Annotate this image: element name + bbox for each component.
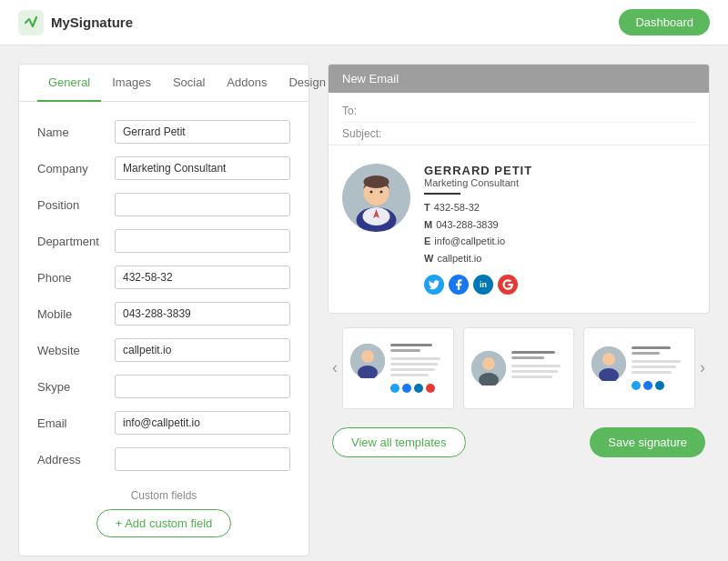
view-all-templates-button[interactable]: View all templates <box>332 427 466 457</box>
input-website[interactable] <box>115 338 290 362</box>
logo: MySignature <box>18 10 133 35</box>
svg-point-8 <box>380 191 383 194</box>
label-company: Company <box>37 162 115 175</box>
field-phone: Phone <box>19 261 308 294</box>
linkedin-icon[interactable]: in <box>473 275 493 295</box>
main-content: General Images Social Addons Design Name… <box>0 45 728 561</box>
app-header: MySignature Dashboard <box>0 0 728 45</box>
input-mobile[interactable] <box>115 302 290 326</box>
field-email: Email <box>19 406 308 439</box>
google-icon[interactable] <box>498 275 518 295</box>
logo-text: MySignature <box>51 15 133 30</box>
svg-point-16 <box>602 353 615 366</box>
email-to-label: To: <box>342 105 357 117</box>
label-department: Department <box>37 235 115 248</box>
svg-point-13 <box>482 357 495 370</box>
field-mobile: Mobile <box>19 297 308 330</box>
email-subject-row: Subject: <box>342 123 695 145</box>
label-name: Name <box>37 125 115 139</box>
email-to-row: To: <box>342 100 695 123</box>
svg-point-7 <box>370 191 373 194</box>
custom-fields-label: Custom fields <box>37 489 290 502</box>
tab-images[interactable]: Images <box>101 65 162 102</box>
email-preview: New Email To: Subject: <box>328 64 710 314</box>
template-avatar-3 <box>592 346 626 381</box>
template-card-3[interactable] <box>583 327 695 409</box>
sig-title: Marketing Consultant <box>424 177 695 188</box>
input-phone[interactable] <box>115 265 290 289</box>
signature-details: GERRARD PETIT Marketing Consultant T432-… <box>424 164 695 295</box>
label-website: Website <box>37 344 115 357</box>
email-body: GERRARD PETIT Marketing Consultant T432-… <box>329 145 709 313</box>
template-avatar-2 <box>471 351 506 386</box>
input-department[interactable] <box>115 229 290 253</box>
input-skype[interactable] <box>115 375 290 398</box>
input-company[interactable] <box>115 156 290 180</box>
field-department: Department <box>19 225 308 257</box>
field-position: Position <box>19 188 308 221</box>
label-mobile: Mobile <box>37 307 115 321</box>
prev-template-button[interactable]: ‹ <box>328 358 342 377</box>
sig-social: in <box>424 275 695 295</box>
input-email[interactable] <box>115 411 290 435</box>
sig-website: Wcallpetit.io <box>424 250 695 267</box>
label-phone: Phone <box>37 271 115 285</box>
tab-general[interactable]: General <box>37 65 101 102</box>
next-template-button[interactable]: › <box>695 358 710 377</box>
sig-divider <box>424 193 460 195</box>
template-card-1[interactable] <box>342 327 454 409</box>
templates-container <box>342 327 695 409</box>
custom-fields-section: Custom fields + Add custom field <box>19 489 308 537</box>
save-signature-button[interactable]: Save signature <box>590 427 705 457</box>
right-panel: New Email To: Subject: <box>328 64 710 556</box>
template-card-2[interactable] <box>463 327 575 409</box>
templates-row: ‹ <box>328 327 710 409</box>
email-subject-label: Subject: <box>342 127 381 140</box>
label-position: Position <box>37 198 115 212</box>
dashboard-button[interactable]: Dashboard <box>619 9 710 35</box>
template-lines-1 <box>390 344 446 393</box>
twitter-icon[interactable] <box>424 275 444 295</box>
template-lines-3 <box>632 346 687 390</box>
field-name: Name <box>19 115 308 148</box>
avatar-person-icon <box>342 164 410 232</box>
sig-name: GERRARD PETIT <box>424 164 695 177</box>
label-address: Address <box>37 453 115 466</box>
sig-contact: T432-58-32 M043-288-3839 Einfo@callpetit… <box>424 199 695 267</box>
input-position[interactable] <box>115 193 290 216</box>
tab-addons[interactable]: Addons <box>216 65 278 102</box>
template-avatar-1 <box>350 344 385 378</box>
field-website: Website <box>19 334 308 366</box>
sig-mobile: M043-288-3839 <box>424 216 695 234</box>
input-address[interactable] <box>115 447 290 471</box>
field-address: Address <box>19 443 308 476</box>
sig-email: Einfo@callpetit.io <box>424 233 695 250</box>
template-lines-2 <box>511 351 567 378</box>
left-panel: General Images Social Addons Design Name… <box>18 64 309 556</box>
bottom-bar: View all templates Save signature <box>328 427 710 457</box>
input-name[interactable] <box>115 120 290 144</box>
tab-social[interactable]: Social <box>162 65 216 102</box>
field-company: Company <box>19 152 308 185</box>
sig-phone: T432-58-32 <box>424 199 695 216</box>
logo-icon <box>18 10 44 35</box>
field-skype: Skype <box>19 370 308 403</box>
svg-point-10 <box>361 350 374 363</box>
signature-avatar <box>342 164 410 232</box>
label-email: Email <box>37 416 115 430</box>
email-header: New Email <box>329 65 709 93</box>
label-skype: Skype <box>37 380 115 394</box>
tabs-bar: General Images Social Addons Design <box>19 65 308 102</box>
facebook-icon[interactable] <box>449 275 469 295</box>
add-custom-field-button[interactable]: + Add custom field <box>96 509 232 537</box>
email-fields: To: Subject: <box>329 93 709 145</box>
